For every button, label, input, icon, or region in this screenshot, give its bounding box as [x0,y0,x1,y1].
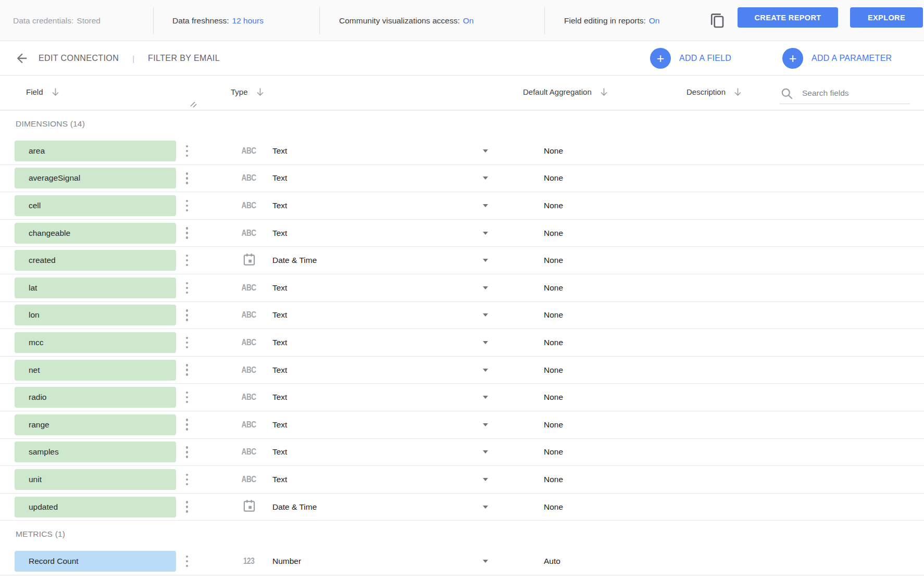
aggregation-value[interactable]: None [544,256,648,265]
copy-icon[interactable] [707,10,729,31]
aggregation-value[interactable]: None [544,502,648,512]
type-select[interactable]: Text [272,420,470,430]
more-options-icon[interactable] [176,446,198,458]
more-options-icon[interactable] [176,501,198,513]
sort-down-icon[interactable] [733,87,743,97]
create-report-button[interactable]: CREATE REPORT [738,7,838,28]
data-freshness-status[interactable]: Data freshness: 12 hours [172,0,264,41]
field-chip[interactable]: lon [15,305,176,325]
aggregation-value[interactable]: None [544,365,648,375]
type-column-header[interactable]: Type [231,87,265,97]
type-dropdown[interactable] [470,313,500,317]
type-dropdown[interactable] [470,560,500,563]
aggregation-value[interactable]: None [544,447,648,457]
aggregation-value[interactable]: None [544,173,648,183]
type-dropdown[interactable] [470,450,500,453]
back-arrow-icon[interactable] [15,51,29,66]
field-chip[interactable]: lat [15,278,176,298]
aggregation-value[interactable]: None [544,420,648,430]
type-select[interactable]: Text [272,310,470,320]
description-cell[interactable] [648,439,924,466]
more-options-icon[interactable] [176,172,198,184]
explore-button[interactable]: EXPLORE [850,7,923,28]
type-dropdown[interactable] [470,232,500,235]
description-cell[interactable] [648,220,924,247]
description-cell[interactable] [648,548,924,575]
aggregation-value[interactable]: None [544,229,648,238]
aggregation-value[interactable]: None [544,146,648,156]
field-chip[interactable]: radio [15,387,176,408]
add-a-field-button[interactable]: + ADD A FIELD [650,41,731,75]
description-column-header[interactable]: Description [686,87,743,97]
aggregation-value[interactable]: None [544,283,648,293]
type-select[interactable]: Text [272,447,470,457]
edit-connection-button[interactable]: EDIT CONNECTION [39,54,119,63]
description-cell[interactable] [648,274,924,301]
description-cell[interactable] [648,247,924,274]
community-viz-status[interactable]: Community visualizations access: On [339,0,473,41]
type-dropdown[interactable] [470,149,500,153]
type-dropdown[interactable] [470,423,500,426]
community-viz-value[interactable]: On [463,16,474,26]
more-options-icon[interactable] [176,337,198,349]
type-select[interactable]: Date & Time [272,502,470,512]
add-a-parameter-button[interactable]: + ADD A PARAMETER [782,41,892,75]
field-chip[interactable]: Record Count [15,551,176,572]
type-select[interactable]: Text [272,201,470,210]
data-freshness-value[interactable]: 12 hours [232,16,264,26]
type-dropdown[interactable] [470,506,500,509]
type-select[interactable]: Text [272,173,470,183]
type-select[interactable]: Text [272,146,470,156]
data-credentials-status[interactable]: Data credentials: Stored [13,0,101,41]
aggregation-value[interactable]: None [544,310,648,320]
description-cell[interactable] [648,411,924,438]
field-chip[interactable]: updated [15,497,176,518]
field-chip[interactable]: samples [15,442,176,462]
type-dropdown[interactable] [470,478,500,481]
type-select[interactable]: Text [272,393,470,402]
description-cell[interactable] [648,329,924,356]
more-options-icon[interactable] [176,145,198,157]
description-cell[interactable] [648,466,924,493]
field-chip[interactable]: cell [15,195,176,216]
field-chip[interactable]: mcc [15,332,176,353]
description-cell[interactable] [648,137,924,165]
field-editing-status[interactable]: Field editing in reports: On [564,0,660,41]
sort-down-icon[interactable] [51,87,60,97]
more-options-icon[interactable] [176,255,198,267]
more-options-icon[interactable] [176,474,198,486]
type-dropdown[interactable] [470,259,500,262]
aggregation-value[interactable]: None [544,475,648,484]
type-select[interactable]: Number [272,557,470,566]
more-options-icon[interactable] [176,364,198,376]
type-select[interactable]: Date & Time [272,256,470,265]
type-dropdown[interactable] [470,286,500,289]
field-editing-value[interactable]: On [649,16,660,26]
aggregation-value[interactable]: None [544,338,648,347]
description-cell[interactable] [648,384,924,411]
aggregation-value[interactable]: None [544,201,648,210]
aggregation-value[interactable]: None [544,393,648,402]
description-cell[interactable] [648,192,924,219]
more-options-icon[interactable] [176,227,198,239]
field-chip[interactable]: net [15,360,176,381]
aggregation-column-header[interactable]: Default Aggregation [523,87,609,97]
type-select[interactable]: Text [272,475,470,484]
field-chip[interactable]: unit [15,469,176,490]
more-options-icon[interactable] [176,419,198,431]
more-options-icon[interactable] [176,200,198,212]
field-chip[interactable]: changeable [15,223,176,244]
field-chip[interactable]: averageSignal [15,168,176,188]
column-resize-grip[interactable] [190,100,197,110]
type-dropdown[interactable] [470,204,500,207]
description-cell[interactable] [648,302,924,329]
type-select[interactable]: Text [272,338,470,347]
type-dropdown[interactable] [470,176,500,180]
aggregation-value[interactable]: Auto [544,557,648,566]
type-dropdown[interactable] [470,369,500,372]
more-options-icon[interactable] [176,282,198,294]
field-column-header[interactable]: Field [26,87,60,97]
type-select[interactable]: Text [272,283,470,293]
type-dropdown[interactable] [470,341,500,344]
field-chip[interactable]: area [15,141,176,161]
